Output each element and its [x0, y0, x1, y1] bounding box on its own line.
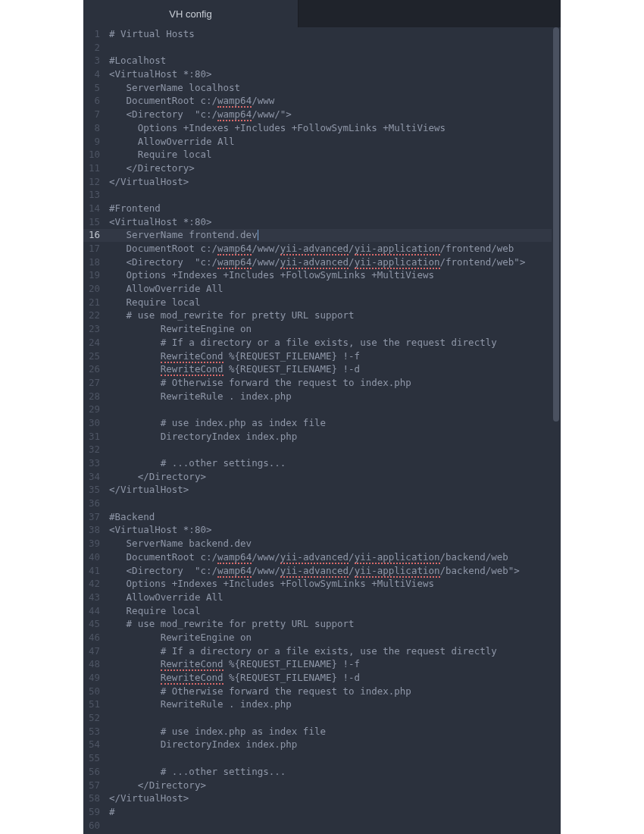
code-line[interactable]: # use mod_rewrite for pretty URL support	[106, 309, 561, 322]
code-text: # use mod_rewrite for pretty URL support	[109, 309, 355, 321]
spell-underline-text: RewriteCond	[161, 658, 224, 671]
code-line[interactable]: </Directory>	[106, 470, 561, 484]
code-line[interactable]	[106, 443, 561, 456]
code-text: </VirtualHost>	[109, 176, 189, 187]
code-text	[109, 350, 161, 362]
line-number: 53	[83, 725, 100, 738]
code-line[interactable]: AllowOverride All	[106, 135, 561, 149]
code-line[interactable]: <VirtualHost *:80>	[106, 523, 561, 537]
code-line[interactable]	[106, 403, 561, 416]
line-number: 49	[83, 671, 100, 685]
code-line[interactable]: RewriteCond %{REQUEST_FILENAME} !-d	[106, 671, 561, 685]
code-text: # Otherwise forward the request to index…	[109, 685, 411, 697]
code-line[interactable]	[106, 711, 561, 725]
line-number: 35	[83, 483, 100, 497]
code-line[interactable]: <Directory "c:/wamp64/www/yii-advanced/y…	[106, 256, 561, 269]
code-line[interactable]: <Directory "c:/wamp64/www/yii-advanced/y…	[106, 564, 561, 578]
code-line[interactable]: Options +Indexes +Includes +FollowSymLin…	[106, 577, 561, 591]
code-line[interactable]: RewriteCond %{REQUEST_FILENAME} !-d	[106, 362, 561, 376]
line-number: 42	[83, 577, 100, 591]
code-line[interactable]: <Directory "c:/wamp64/www/">	[106, 108, 561, 121]
code-line[interactable]: </VirtualHost>	[106, 175, 561, 189]
code-line[interactable]: </VirtualHost>	[106, 792, 561, 805]
code-line[interactable]: RewriteRule . index.php	[106, 390, 561, 403]
tab-vh-config[interactable]: VH config	[83, 0, 299, 27]
code-line[interactable]: Require local	[106, 296, 561, 309]
line-number: 14	[83, 202, 100, 215]
line-number: 54	[83, 738, 100, 751]
code-line[interactable]: RewriteCond %{REQUEST_FILENAME} !-f	[106, 350, 561, 363]
code-line[interactable]: #Backend	[106, 510, 561, 524]
scroll-thumb[interactable]	[553, 27, 559, 422]
code-text: # ...other settings...	[109, 457, 286, 469]
code-line[interactable]: RewriteRule . index.php	[106, 698, 561, 711]
code-line[interactable]: AllowOverride All	[106, 591, 561, 604]
tab-label: VH config	[169, 8, 211, 20]
code-text: ServerName frontend.dev	[109, 229, 258, 240]
code-line[interactable]: RewriteEngine on	[106, 631, 561, 644]
code-line[interactable]: </Directory>	[106, 779, 561, 792]
line-number: 60	[83, 819, 100, 832]
code-line[interactable]: # use index.php as index file	[106, 725, 561, 738]
code-line[interactable]: DirectoryIndex index.php	[106, 430, 561, 444]
code-line[interactable]: </VirtualHost>	[106, 483, 561, 497]
vertical-scrollbar[interactable]	[552, 27, 561, 834]
code-line[interactable]: Require local	[106, 604, 561, 618]
code-line[interactable]: # If a directory or a file exists, use t…	[106, 644, 561, 658]
code-line[interactable]	[106, 188, 561, 202]
code-lines[interactable]: # Virtual Hosts#Localhost<VirtualHost *:…	[106, 27, 561, 834]
code-text	[109, 672, 161, 683]
code-line[interactable]: ServerName localhost	[106, 81, 561, 95]
code-line[interactable]: </Directory>	[106, 161, 561, 175]
code-line[interactable]: <VirtualHost *:80>	[106, 67, 561, 81]
code-line[interactable]: RewriteEngine on	[106, 322, 561, 336]
code-text: /www/	[252, 565, 280, 576]
code-text: <Directory "c:/	[109, 108, 217, 120]
code-line[interactable]	[106, 751, 561, 765]
code-line[interactable]	[106, 497, 561, 510]
code-text: /	[349, 551, 355, 563]
code-line[interactable]: #Frontend	[106, 202, 561, 215]
code-text: /	[349, 256, 355, 268]
code-line[interactable]: AllowOverride All	[106, 282, 561, 296]
line-number: 30	[83, 416, 100, 430]
code-line[interactable]: <VirtualHost *:80>	[106, 215, 561, 229]
code-text: /frontend/web	[440, 243, 514, 254]
code-text: DirectoryIndex index.php	[109, 431, 297, 442]
code-line[interactable]: # use mod_rewrite for pretty URL support	[106, 617, 561, 631]
line-number: 22	[83, 309, 100, 322]
code-line[interactable]: RewriteCond %{REQUEST_FILENAME} !-f	[106, 657, 561, 671]
code-line[interactable]: # ...other settings...	[106, 456, 561, 470]
code-area[interactable]: 1234567891011121314151617181920212223242…	[83, 27, 561, 834]
code-line[interactable]: DirectoryIndex index.php	[106, 738, 561, 751]
code-line[interactable]: #	[106, 805, 561, 819]
code-line[interactable]: DocumentRoot c:/wamp64/www	[106, 94, 561, 108]
code-line[interactable]: Options +Indexes +Includes +FollowSymLin…	[106, 121, 561, 135]
code-line[interactable]: ServerName backend.dev	[106, 537, 561, 550]
code-line[interactable]: # Otherwise forward the request to index…	[106, 376, 561, 390]
code-line[interactable]: # Virtual Hosts	[106, 27, 561, 41]
code-text: <VirtualHost *:80>	[109, 524, 211, 535]
code-text: Require local	[109, 605, 200, 616]
line-number: 38	[83, 523, 100, 537]
code-line[interactable]: #Localhost	[106, 54, 561, 67]
line-number-gutter: 1234567891011121314151617181920212223242…	[83, 27, 106, 834]
code-text: #Backend	[109, 511, 155, 522]
code-line[interactable]: # If a directory or a file exists, use t…	[106, 336, 561, 350]
line-number: 15	[83, 215, 100, 229]
code-text: <Directory "c:/	[109, 565, 217, 576]
code-line[interactable]: DocumentRoot c:/wamp64/www/yii-advanced/…	[106, 550, 561, 564]
code-line[interactable]: # Otherwise forward the request to index…	[106, 685, 561, 698]
line-number: 11	[83, 161, 100, 175]
code-line[interactable]: # use index.php as index file	[106, 416, 561, 430]
code-text	[109, 363, 161, 375]
code-text: ServerName localhost	[109, 82, 240, 93]
code-line[interactable]	[106, 41, 561, 55]
spell-underline-text: wamp64	[217, 551, 252, 564]
code-line[interactable]: Require local	[106, 148, 561, 161]
code-line[interactable]	[106, 819, 561, 832]
code-line[interactable]: Options +Indexes +Includes +FollowSymLin…	[106, 268, 561, 282]
code-line[interactable]: DocumentRoot c:/wamp64/www/yii-advanced/…	[106, 242, 561, 256]
line-number: 48	[83, 657, 100, 671]
code-line[interactable]: # ...other settings...	[106, 765, 561, 779]
